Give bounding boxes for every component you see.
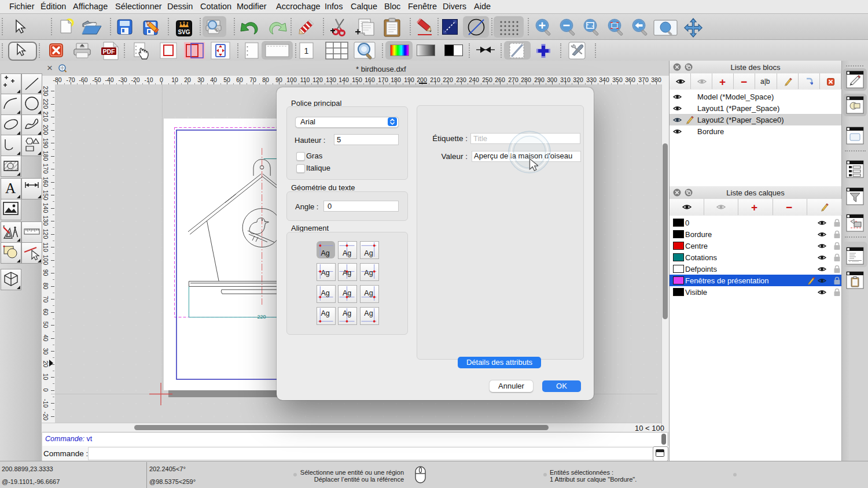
- svg-text:SVG: SVG: [178, 29, 190, 35]
- svg-text:PDF: PDF: [103, 48, 116, 55]
- svg-text:1: 1: [304, 46, 309, 56]
- svg-text:A: A: [5, 180, 16, 196]
- svg-text:220: 220: [257, 314, 266, 320]
